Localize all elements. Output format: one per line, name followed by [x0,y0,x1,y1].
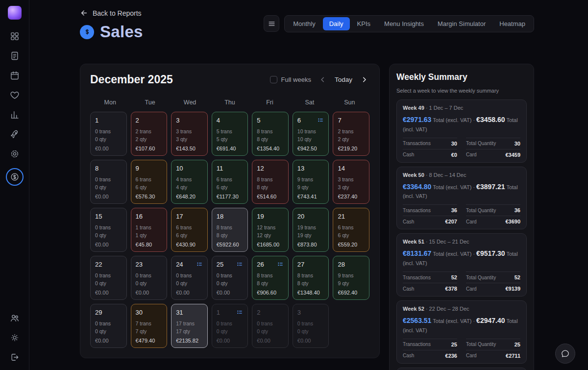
calendar-day-28[interactable]: 289 trans9 qty€692.40 [333,256,369,300]
chat-button[interactable] [555,344,575,364]
calendar-day-26[interactable]: 268 trans8 qty€906.60 [252,256,289,300]
day-amount: €0.00 [136,290,163,296]
sidebar-item-analytics[interactable] [6,109,24,121]
day-transactions: 8 trans [257,272,284,278]
week-card-totals: €8131.67 Total (excl. VAT) · €9517.30 To… [403,248,520,268]
day-transactions: 10 trans [297,128,324,134]
full-weeks-checkbox[interactable] [270,76,277,83]
day-transactions: 0 trans [136,272,163,278]
sidebar-item-settings[interactable] [6,148,24,160]
calendar-day-19[interactable]: 1912 trans12 qty€1685.00 [252,208,289,252]
calendar-day-23[interactable]: 230 trans0 qty€0.00 [131,256,168,300]
calendar-day-3[interactable]: 33 trans3 qty€143.50 [171,112,208,156]
menu-button[interactable] [264,15,279,32]
theme-toggle-button[interactable] [6,332,24,344]
tab-kpis[interactable]: KPIs [351,17,377,30]
calendar-day-3-next-month[interactable]: 30 trans0 qty€0.00 [293,304,329,348]
week-card-stats: Transactions52Total Quantity52Cash€378Ca… [403,271,520,294]
gear-icon [10,149,20,159]
calendar-day-14[interactable]: 143 trans3 qty€237.40 [333,160,369,204]
sidebar-item-dashboard[interactable] [6,30,24,42]
calendar-day-21[interactable]: 216 trans6 qty€559.20 [333,208,369,252]
day-quantity: 3 qty [338,184,365,190]
calendar-day-11[interactable]: 116 trans6 qty€1177.30 [212,160,248,204]
day-number: 30 [136,309,143,316]
calendar-day-4[interactable]: 45 trans5 qty€691.40 [212,112,248,156]
day-number: 16 [136,213,143,220]
back-arrow-icon [80,9,88,17]
day-transactions: 0 trans [95,176,122,182]
sidebar-item-users[interactable] [6,312,24,324]
calendar-day-24[interactable]: 240 trans0 qty€0.00 [171,256,208,300]
sidebar-item-favorites[interactable] [6,89,24,101]
day-amount: €1348.40 [297,290,324,296]
sidebar-item-calendar[interactable] [6,70,24,81]
calendar-day-2[interactable]: 22 trans2 qty€107.60 [131,112,168,156]
calendar-day-31[interactable]: 3117 trans17 qty€2135.82 [171,304,208,348]
calendar-day-5[interactable]: 58 trans8 qty€1354.40 [252,112,289,156]
day-quantity: 12 qty [257,232,284,238]
tab-monthly[interactable]: Monthly [287,17,322,30]
logout-button[interactable] [6,351,24,363]
next-period-button[interactable] [359,74,369,86]
calendar-day-30[interactable]: 307 trans7 qty€479.40 [131,304,168,348]
today-button[interactable]: Today [335,76,352,83]
day-transactions: 6 trans [217,176,244,182]
weekday-label: Thu [210,99,249,106]
day-number: 14 [338,165,344,172]
calendar-month-title: December 2025 [90,73,173,86]
day-transactions: 8 trans [217,224,244,230]
calendar-day-25[interactable]: 250 trans0 qty€0.00 [212,256,248,300]
back-to-reports-link[interactable]: Back to Reports [80,9,142,17]
day-transactions: 7 trans [136,321,163,326]
calendar-day-6[interactable]: 610 trans10 qty€942.50 [293,112,329,156]
day-quantity: 0 qty [95,184,122,190]
tab-menu-insights[interactable]: Menu Insights [378,17,430,30]
tab-margin-simulator[interactable]: Margin Simulator [431,17,492,30]
calendar-day-10[interactable]: 104 trans4 qty€648.20 [171,160,208,204]
day-number: 12 [257,165,264,172]
calendar-day-9[interactable]: 96 trans6 qty€576.30 [131,160,168,204]
day-amount: €0.00 [95,242,122,247]
calendar-day-1[interactable]: 10 trans0 qty€0.00 [90,112,127,156]
full-weeks-toggle[interactable]: Full weeks [270,76,311,83]
prev-period-button[interactable] [318,74,328,86]
week-card-week-52[interactable]: Week 52 · 22 Dec – 28 Dec€2563.51 Total … [396,300,527,364]
calendar-day-13[interactable]: 139 trans9 qty€743.41 [293,160,329,204]
sidebar-item-launch[interactable] [6,128,24,140]
calendar-day-27[interactable]: 278 trans8 qty€1348.40 [293,256,329,300]
day-number: 1 [217,309,220,316]
day-quantity: 9 qty [338,280,365,286]
week-card-week-49[interactable]: Week 49 · 1 Dec – 7 Dec€2971.63 Total (e… [396,99,527,163]
calendar-day-16[interactable]: 161 trans1 qty€45.80 [131,208,168,252]
calendar-day-18[interactable]: 188 trans8 qty€5922.60 [212,208,248,252]
week-card-week-50[interactable]: Week 50 · 8 Dec – 14 Dec€3364.80 Total (… [396,167,527,230]
day-amount: €219.20 [338,146,365,151]
sidebar-item-reports[interactable] [6,50,24,62]
week-card-week-1[interactable]: Week 1 · 29 Dec – 31 Dec€2274.43 Total (… [396,368,527,370]
calendar-day-1-next-month[interactable]: 10 trans0 qty€0.00 [212,304,248,348]
calendar-day-2-next-month[interactable]: 20 trans0 qty€0.00 [252,304,289,348]
calendar-day-20[interactable]: 2019 trans19 qty€873.80 [293,208,329,252]
app-logo[interactable] [8,6,22,20]
calendar-day-12[interactable]: 128 trans8 qty€514.60 [252,160,289,204]
calendar-day-15[interactable]: 150 trans0 qty€0.00 [90,208,127,252]
week-card-week-51[interactable]: Week 51 · 15 Dec – 21 Dec€8131.67 Total … [396,233,527,296]
day-transactions: 9 trans [338,272,365,278]
week-card-stats: Transactions36Total Quantity36Cash€207Ca… [403,204,520,227]
day-number: 19 [257,213,264,220]
day-quantity: 2 qty [338,136,365,142]
calendar-day-22[interactable]: 220 trans0 qty€0.00 [90,256,127,300]
day-number: 5 [257,117,260,124]
calendar-day-7[interactable]: 72 trans2 qty€219.20 [333,112,369,156]
day-transactions: 5 trans [217,128,244,134]
calendar-day-29[interactable]: 290 trans0 qty€0.00 [90,304,127,348]
tab-daily[interactable]: Daily [323,17,350,30]
calendar-day-17[interactable]: 176 trans6 qty€430.90 [171,208,208,252]
day-quantity: 0 qty [95,280,122,286]
day-quantity: 7 qty [136,328,163,334]
tab-heatmap[interactable]: Heatmap [493,17,532,30]
sidebar-item-sales[interactable] [6,168,24,186]
page-header: Back to Reports Sales MonthlyDailyKPIsMe… [80,9,534,41]
calendar-day-8[interactable]: 80 trans0 qty€0.00 [90,160,127,204]
